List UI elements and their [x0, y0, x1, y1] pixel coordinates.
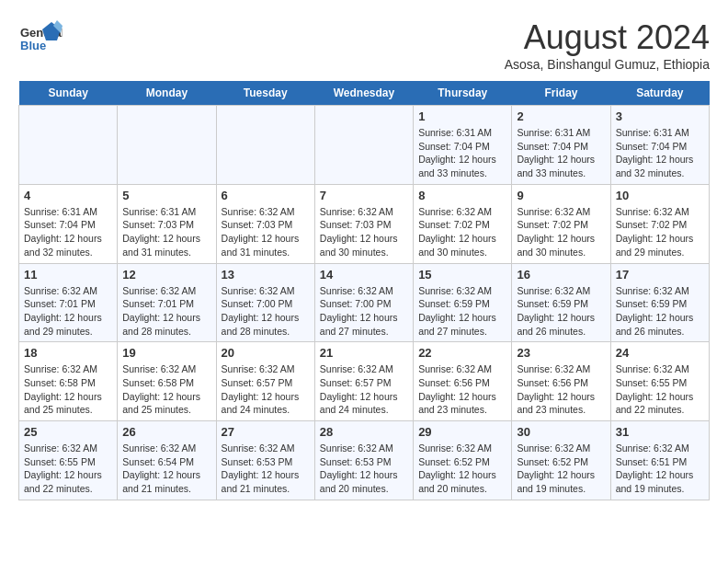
day-header-sunday: Sunday	[19, 81, 118, 106]
cell-info: Sunrise: 6:32 AMSunset: 6:53 PMDaylight:…	[320, 442, 408, 496]
date-number: 20	[222, 346, 310, 360]
date-number: 26	[122, 425, 210, 439]
date-number: 1	[418, 109, 506, 123]
date-number: 17	[616, 268, 704, 282]
calendar-cell: 10Sunrise: 6:32 AMSunset: 7:02 PMDayligh…	[610, 184, 709, 263]
date-number: 12	[122, 268, 210, 282]
date-number: 8	[418, 189, 506, 202]
cell-info: Sunrise: 6:32 AMSunset: 7:01 PMDaylight:…	[24, 284, 112, 339]
cell-info: Sunrise: 6:31 AMSunset: 7:04 PMDaylight:…	[24, 205, 112, 259]
cell-info: Sunrise: 6:32 AMSunset: 7:02 PMDaylight:…	[616, 205, 704, 259]
date-number: 5	[122, 189, 210, 202]
calendar-cell: 30Sunrise: 6:32 AMSunset: 6:52 PMDayligh…	[512, 421, 610, 500]
cell-info: Sunrise: 6:31 AMSunset: 7:04 PMDaylight:…	[418, 126, 506, 180]
calendar-cell: 23Sunrise: 6:32 AMSunset: 6:56 PMDayligh…	[512, 342, 610, 421]
calendar-cell: 18Sunrise: 6:32 AMSunset: 6:58 PMDayligh…	[19, 342, 118, 421]
date-number: 11	[24, 268, 112, 282]
date-number: 16	[517, 268, 605, 282]
day-header-monday: Monday	[118, 81, 216, 106]
cell-info: Sunrise: 6:32 AMSunset: 6:51 PMDaylight:…	[616, 442, 704, 496]
calendar-cell	[216, 106, 314, 185]
date-number: 3	[616, 109, 704, 123]
date-number: 29	[418, 425, 506, 439]
calendar-cell: 21Sunrise: 6:32 AMSunset: 6:57 PMDayligh…	[314, 342, 413, 421]
cell-info: Sunrise: 6:32 AMSunset: 7:03 PMDaylight:…	[320, 205, 408, 259]
calendar-cell	[118, 106, 216, 185]
cell-info: Sunrise: 6:32 AMSunset: 6:56 PMDaylight:…	[517, 362, 605, 417]
date-number: 25	[24, 425, 112, 439]
calendar-cell: 4Sunrise: 6:31 AMSunset: 7:04 PMDaylight…	[19, 184, 118, 263]
cell-info: Sunrise: 6:32 AMSunset: 6:53 PMDaylight:…	[222, 442, 310, 496]
cell-info: Sunrise: 6:32 AMSunset: 7:00 PMDaylight:…	[222, 284, 310, 339]
day-headers-row: SundayMondayTuesdayWednesdayThursdayFrid…	[19, 81, 710, 106]
svg-text:Blue: Blue	[20, 39, 46, 52]
calendar-cell: 2Sunrise: 6:31 AMSunset: 7:04 PMDaylight…	[512, 106, 610, 185]
cell-info: Sunrise: 6:32 AMSunset: 6:59 PMDaylight:…	[418, 284, 506, 339]
calendar-cell: 11Sunrise: 6:32 AMSunset: 7:01 PMDayligh…	[19, 263, 118, 342]
cell-info: Sunrise: 6:32 AMSunset: 6:55 PMDaylight:…	[616, 362, 704, 417]
date-number: 19	[122, 346, 210, 360]
cell-info: Sunrise: 6:32 AMSunset: 6:54 PMDaylight:…	[122, 442, 210, 496]
calendar-cell: 9Sunrise: 6:32 AMSunset: 7:02 PMDaylight…	[512, 184, 610, 263]
calendar-cell: 26Sunrise: 6:32 AMSunset: 6:54 PMDayligh…	[118, 421, 216, 500]
cell-info: Sunrise: 6:32 AMSunset: 6:57 PMDaylight:…	[320, 362, 408, 417]
calendar-cell: 14Sunrise: 6:32 AMSunset: 7:00 PMDayligh…	[314, 263, 413, 342]
calendar-cell: 5Sunrise: 6:31 AMSunset: 7:03 PMDaylight…	[118, 184, 216, 263]
cell-info: Sunrise: 6:32 AMSunset: 6:56 PMDaylight:…	[418, 362, 506, 417]
date-number: 22	[418, 346, 506, 360]
calendar-cell: 17Sunrise: 6:32 AMSunset: 6:59 PMDayligh…	[610, 263, 709, 342]
date-number: 28	[320, 425, 408, 439]
logo: General Blue	[18, 18, 63, 63]
calendar-cell: 19Sunrise: 6:32 AMSunset: 6:58 PMDayligh…	[118, 342, 216, 421]
date-number: 23	[517, 346, 605, 360]
cell-info: Sunrise: 6:31 AMSunset: 7:03 PMDaylight:…	[122, 205, 210, 259]
date-number: 10	[616, 189, 704, 202]
cell-info: Sunrise: 6:32 AMSunset: 7:02 PMDaylight:…	[517, 205, 605, 259]
calendar-table: SundayMondayTuesdayWednesdayThursdayFrid…	[18, 81, 710, 500]
date-number: 27	[222, 425, 310, 439]
calendar-cell: 20Sunrise: 6:32 AMSunset: 6:57 PMDayligh…	[216, 342, 314, 421]
calendar-cell: 25Sunrise: 6:32 AMSunset: 6:55 PMDayligh…	[19, 421, 118, 500]
date-number: 13	[222, 268, 310, 282]
cell-info: Sunrise: 6:32 AMSunset: 6:58 PMDaylight:…	[24, 362, 112, 417]
week-row-2: 4Sunrise: 6:31 AMSunset: 7:04 PMDaylight…	[19, 184, 710, 263]
date-number: 4	[24, 189, 112, 202]
date-number: 2	[517, 109, 605, 123]
cell-info: Sunrise: 6:32 AMSunset: 6:59 PMDaylight:…	[517, 284, 605, 339]
location-subtitle: Asosa, Binshangul Gumuz, Ethiopia	[505, 57, 710, 72]
week-row-5: 25Sunrise: 6:32 AMSunset: 6:55 PMDayligh…	[19, 421, 710, 500]
cell-info: Sunrise: 6:32 AMSunset: 6:55 PMDaylight:…	[24, 442, 112, 496]
date-number: 9	[517, 189, 605, 202]
calendar-cell: 13Sunrise: 6:32 AMSunset: 7:00 PMDayligh…	[216, 263, 314, 342]
calendar-cell: 1Sunrise: 6:31 AMSunset: 7:04 PMDaylight…	[414, 106, 512, 185]
date-number: 21	[320, 346, 408, 360]
cell-info: Sunrise: 6:31 AMSunset: 7:04 PMDaylight:…	[616, 126, 704, 180]
week-row-1: 1Sunrise: 6:31 AMSunset: 7:04 PMDaylight…	[19, 106, 710, 185]
date-number: 15	[418, 268, 506, 282]
week-row-3: 11Sunrise: 6:32 AMSunset: 7:01 PMDayligh…	[19, 263, 710, 342]
date-number: 14	[320, 268, 408, 282]
cell-info: Sunrise: 6:32 AMSunset: 6:52 PMDaylight:…	[517, 442, 605, 496]
date-number: 30	[517, 425, 605, 439]
cell-info: Sunrise: 6:32 AMSunset: 7:00 PMDaylight:…	[320, 284, 408, 339]
cell-info: Sunrise: 6:31 AMSunset: 7:04 PMDaylight:…	[517, 126, 605, 180]
cell-info: Sunrise: 6:32 AMSunset: 6:57 PMDaylight:…	[222, 362, 310, 417]
calendar-cell: 3Sunrise: 6:31 AMSunset: 7:04 PMDaylight…	[610, 106, 709, 185]
calendar-cell: 22Sunrise: 6:32 AMSunset: 6:56 PMDayligh…	[414, 342, 512, 421]
calendar-cell: 28Sunrise: 6:32 AMSunset: 6:53 PMDayligh…	[314, 421, 413, 500]
date-number: 31	[616, 425, 704, 439]
cell-info: Sunrise: 6:32 AMSunset: 6:59 PMDaylight:…	[616, 284, 704, 339]
cell-info: Sunrise: 6:32 AMSunset: 7:02 PMDaylight:…	[418, 205, 506, 259]
day-header-saturday: Saturday	[610, 81, 709, 106]
cell-info: Sunrise: 6:32 AMSunset: 7:01 PMDaylight:…	[122, 284, 210, 339]
date-number: 24	[616, 346, 704, 360]
calendar-cell: 7Sunrise: 6:32 AMSunset: 7:03 PMDaylight…	[314, 184, 413, 263]
cell-info: Sunrise: 6:32 AMSunset: 6:52 PMDaylight:…	[418, 442, 506, 496]
day-header-friday: Friday	[512, 81, 610, 106]
calendar-cell: 15Sunrise: 6:32 AMSunset: 6:59 PMDayligh…	[414, 263, 512, 342]
date-number: 6	[222, 189, 310, 202]
date-number: 7	[320, 189, 408, 202]
cell-info: Sunrise: 6:32 AMSunset: 6:58 PMDaylight:…	[122, 362, 210, 417]
calendar-cell: 29Sunrise: 6:32 AMSunset: 6:52 PMDayligh…	[414, 421, 512, 500]
title-area: August 2024 Asosa, Binshangul Gumuz, Eth…	[505, 18, 710, 72]
